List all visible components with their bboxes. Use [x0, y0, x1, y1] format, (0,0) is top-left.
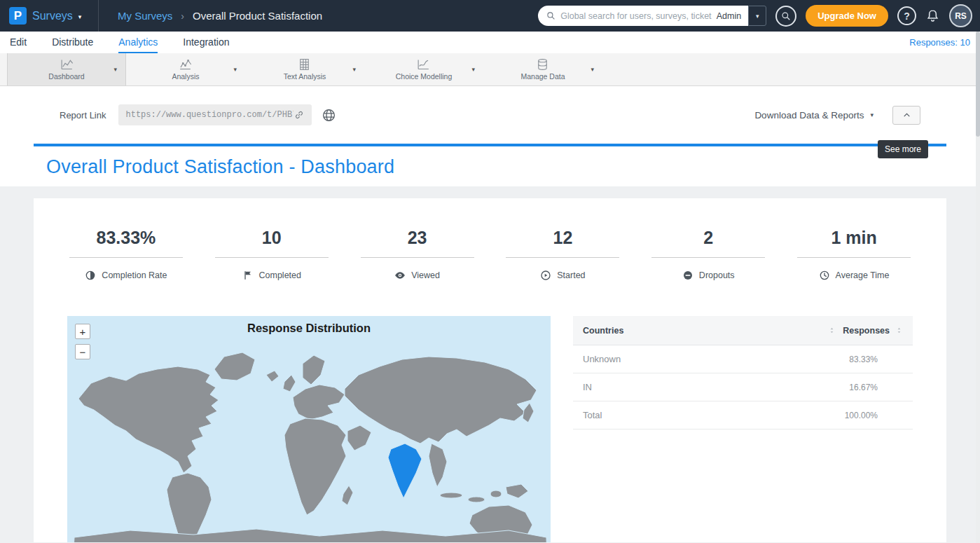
header-countries[interactable]: Countries: [583, 326, 623, 336]
responses-cell: 83.33%: [849, 355, 903, 364]
search-icon: [546, 11, 555, 20]
response-distribution-map: Response Distribution + −: [67, 316, 551, 542]
stat-label: Completed: [259, 270, 301, 280]
global-search-input[interactable]: [560, 11, 712, 21]
user-avatar[interactable]: RS: [949, 4, 972, 27]
map-country-india[interactable]: [388, 444, 422, 498]
search-scope-label[interactable]: Admin: [717, 11, 741, 21]
link-icon[interactable]: [294, 109, 305, 121]
eye-icon: [394, 270, 406, 281]
upgrade-now-button[interactable]: Upgrade Now: [806, 5, 888, 27]
subnav-item-distribute[interactable]: Distribute: [52, 32, 93, 53]
tab-label: Analysis: [172, 72, 199, 81]
topbar-actions: Admin ▾ Upgrade Now ? RS: [538, 4, 980, 27]
tab-label: Text Analysis: [284, 72, 326, 81]
page-scrollbar[interactable]: [976, 32, 980, 543]
product-switcher[interactable]: P Surveys ▾: [0, 0, 99, 32]
tab-manage-data[interactable]: Manage Data ▾: [483, 53, 602, 85]
chevron-up-icon: [902, 111, 911, 120]
stat-label: Completion Rate: [102, 270, 167, 280]
subnav-item-edit[interactable]: Edit: [10, 32, 27, 53]
breadcrumb-my-surveys[interactable]: My Surveys: [118, 10, 172, 22]
tab-label: Manage Data: [520, 72, 565, 81]
sort-countries-icon[interactable]: [828, 327, 836, 334]
chevron-down-icon[interactable]: ▾: [591, 66, 594, 73]
global-search-box[interactable]: Admin: [538, 6, 748, 26]
scrollbar-thumb[interactable]: [976, 32, 980, 137]
tab-text-analysis[interactable]: Text Analysis ▾: [245, 53, 364, 85]
tab-label: Choice Modelling: [396, 72, 453, 81]
stat-value: 12: [506, 228, 619, 258]
tab-dashboard[interactable]: Dashboard ▾: [7, 53, 126, 85]
search-icon: [781, 11, 791, 21]
tab-manage-data-content: Manage Data: [520, 58, 565, 81]
search-toggle-button[interactable]: [775, 6, 796, 27]
report-url-field[interactable]: https://www.questionpro.com/t/PHBl: [118, 104, 312, 125]
chevron-down-icon[interactable]: ▾: [471, 66, 475, 73]
chevron-down-icon[interactable]: ▾: [352, 66, 356, 73]
help-button[interactable]: ?: [897, 6, 916, 25]
zoom-out-button[interactable]: −: [75, 344, 90, 359]
stat-label: Average Time: [836, 270, 890, 280]
tab-analysis[interactable]: Analysis ▾: [126, 53, 245, 85]
subnav-item-integration[interactable]: Integration: [183, 32, 229, 53]
band-gap: [0, 186, 980, 198]
sort-responses-icon[interactable]: [895, 327, 903, 334]
report-link-bar: Report Link https://www.questionpro.com/…: [0, 86, 980, 144]
report-url-text[interactable]: https://www.questionpro.com/t/PHBl: [125, 110, 294, 120]
title-band: Overall Product Satisfaction - Dashboard: [0, 144, 980, 186]
stat-dropouts: 2 Dropouts: [635, 228, 781, 281]
tab-analysis-content: Analysis: [172, 58, 199, 81]
tab-choice-modelling[interactable]: Choice Modelling ▾: [364, 53, 483, 85]
bell-icon: [925, 8, 940, 23]
report-language-button[interactable]: [322, 108, 336, 123]
tab-text-analysis-content: Text Analysis: [284, 58, 326, 81]
stat-average-time: 1 min Average Time: [781, 228, 927, 281]
page-title: Overall Product Satisfaction - Dashboard: [46, 156, 980, 178]
stat-label: Started: [557, 270, 585, 280]
breadcrumb-current-survey: Overall Product Satisfaction: [193, 10, 322, 22]
dashboard-card: 83.33% Completion Rate 10 Completed 23 V…: [34, 198, 946, 542]
product-name: Surveys: [32, 10, 73, 22]
stat-label: Viewed: [411, 270, 440, 280]
countries-table-header: Countries Responses: [573, 316, 913, 345]
subnav-item-analytics[interactable]: Analytics: [118, 32, 158, 53]
country-cell: IN: [583, 382, 592, 392]
line-chart-icon: [416, 58, 431, 71]
table-row-in: IN 16.67%: [573, 373, 913, 401]
stats-row: 83.33% Completion Rate 10 Completed 23 V…: [34, 198, 946, 281]
chevron-down-icon[interactable]: ▾: [233, 66, 237, 73]
responses-count[interactable]: Responses: 10: [909, 32, 970, 53]
countries-table: Countries Responses Unknown 83.33% IN 16…: [573, 316, 913, 542]
breadcrumb: My Surveys › Overall Product Satisfactio…: [118, 10, 322, 22]
country-cell: Total: [583, 410, 602, 420]
header-responses[interactable]: Responses: [843, 326, 890, 336]
tab-label: Dashboard: [48, 72, 84, 81]
chevron-down-icon[interactable]: ▾: [113, 66, 117, 73]
questionpro-logo: P: [9, 7, 27, 25]
search-scope-dropdown-button[interactable]: ▾: [748, 6, 766, 26]
collapse-panel-button[interactable]: [892, 106, 920, 125]
stat-started: 12 Started: [490, 228, 635, 281]
survey-subnav: Edit Distribute Analytics Integration Re…: [0, 32, 980, 53]
map-title: Response Distribution: [67, 316, 551, 335]
chevron-down-icon: ▾: [756, 13, 759, 20]
stat-completion-rate: 83.33% Completion Rate: [53, 228, 199, 281]
stat-completed: 10 Completed: [199, 228, 345, 281]
download-data-reports-dropdown[interactable]: Download Data & Reports ▾: [754, 110, 874, 121]
stat-label: Dropouts: [699, 270, 735, 280]
blue-divider: [34, 144, 946, 146]
see-more-tooltip: See more: [878, 140, 928, 158]
zoom-in-button[interactable]: +: [75, 324, 90, 339]
breadcrumb-separator-icon: ›: [181, 11, 184, 22]
world-map-canvas[interactable]: [67, 338, 551, 542]
download-data-reports-label: Download Data & Reports: [754, 110, 864, 121]
line-chart-icon: [178, 58, 193, 71]
database-icon: [535, 58, 550, 71]
chevron-down-icon: ▾: [870, 111, 874, 118]
country-cell: Unknown: [583, 354, 621, 364]
stat-value: 1 min: [797, 228, 911, 258]
responses-cell: 100.00%: [845, 411, 903, 420]
stat-viewed: 23 Viewed: [345, 228, 490, 281]
notifications-button[interactable]: [925, 8, 940, 23]
